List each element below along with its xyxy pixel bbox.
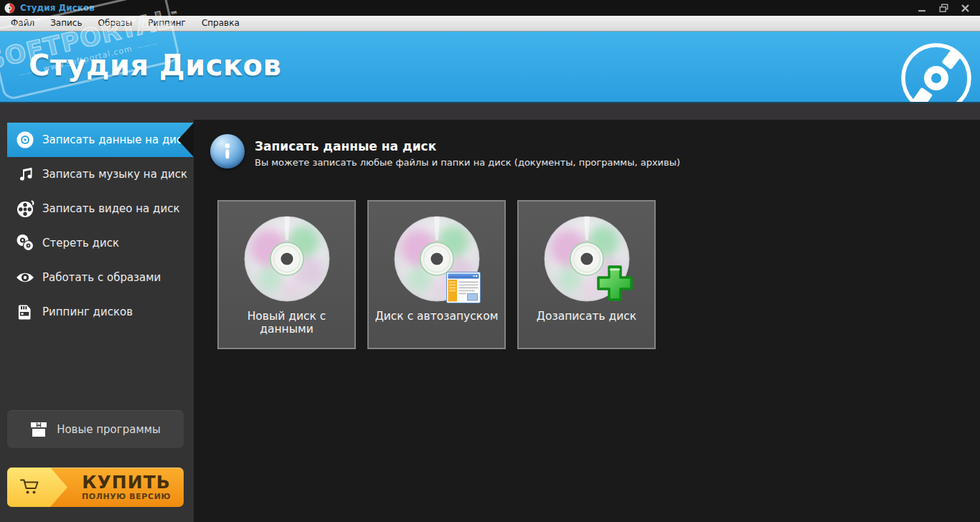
sidebar-item-label: Работать с образами <box>42 271 161 284</box>
main-content: Записать данные на диск Вы можете записа… <box>194 120 980 522</box>
app-icon <box>4 3 15 14</box>
disc-logo-icon <box>899 41 974 103</box>
sidebar-item-work-with-images[interactable]: Работать с образами <box>7 260 194 295</box>
sidebar-item-disc-ripping[interactable]: Риппинг дисков <box>7 295 194 329</box>
gift-box-icon <box>30 422 47 437</box>
new-programs-label: Новые программы <box>57 423 161 436</box>
sidebar: Записать данные на диск Записать музыку … <box>0 120 194 522</box>
menu-record[interactable]: Запись <box>42 16 90 31</box>
header-divider <box>0 103 980 120</box>
erase-discs-icon <box>16 234 34 252</box>
disc-icon <box>16 130 34 149</box>
app-window: Студия Дисков Файл Запись Образы Риппинг… <box>0 0 980 522</box>
plus-icon <box>595 263 635 303</box>
shopping-cart-icon <box>19 477 41 497</box>
restore-icon[interactable] <box>939 4 948 13</box>
menu-ripping[interactable]: Риппинг <box>140 16 194 31</box>
sidebar-item-burn-video[interactable]: Записать видео на диск <box>7 191 194 226</box>
sidebar-item-label: Стереть диск <box>42 237 119 250</box>
sidebar-item-burn-music[interactable]: Записать музыку на диск <box>7 157 194 191</box>
music-note-icon <box>16 165 34 184</box>
menu-file[interactable]: Файл <box>3 16 42 31</box>
film-reel-icon <box>16 199 34 218</box>
card-label: Дозаписать диск <box>519 310 654 323</box>
window-title: Студия Дисков <box>20 3 95 13</box>
minimize-icon[interactable] <box>918 4 927 13</box>
close-icon[interactable] <box>961 4 970 13</box>
sidebar-item-label: Записать данные на диск <box>42 133 189 146</box>
new-programs-button[interactable]: Новые программы <box>7 410 184 448</box>
sidebar-item-erase-disc[interactable]: Стереть диск <box>7 226 194 260</box>
buy-full-version-button[interactable]: КУПИТЬ ПОЛНУЮ ВЕРСИЮ <box>7 468 184 507</box>
menu-images[interactable]: Образы <box>90 16 141 31</box>
sidebar-item-burn-data[interactable]: Записать данные на диск <box>7 123 194 157</box>
card-label: Новый диск с данными <box>219 310 354 336</box>
page-subtitle: Вы можете записать любые файлы и папки н… <box>255 157 680 168</box>
card-append-disc[interactable]: Дозаписать диск <box>517 200 656 349</box>
action-cards: Новый диск с данными <box>217 200 656 349</box>
buy-button-title: КУПИТЬ <box>82 473 171 492</box>
buy-button-subtitle: ПОЛНУЮ ВЕРСИЮ <box>82 492 171 501</box>
card-autorun-disc[interactable]: Диск с автозапуском <box>367 200 506 349</box>
memory-card-icon <box>16 303 34 321</box>
page-title: Записать данные на диск <box>255 139 436 153</box>
sidebar-item-label: Риппинг дисков <box>42 305 133 318</box>
title-bar: Студия Дисков <box>0 0 980 16</box>
card-label: Диск с автозапуском <box>369 310 504 323</box>
menu-help[interactable]: Справка <box>194 16 248 31</box>
sidebar-item-label: Записать музыку на диск <box>42 168 187 181</box>
autorun-window-icon <box>446 272 481 303</box>
card-new-data-disc[interactable]: Новый диск с данными <box>217 200 356 349</box>
cd-image <box>242 214 331 303</box>
sidebar-item-label: Записать видео на диск <box>42 202 179 215</box>
info-icon <box>210 134 245 169</box>
app-header-title: Студия Дисков <box>29 49 281 82</box>
app-header: Студия Дисков <box>0 32 980 103</box>
menu-bar: Файл Запись Образы Риппинг Справка <box>0 16 980 32</box>
eye-icon <box>16 268 34 287</box>
